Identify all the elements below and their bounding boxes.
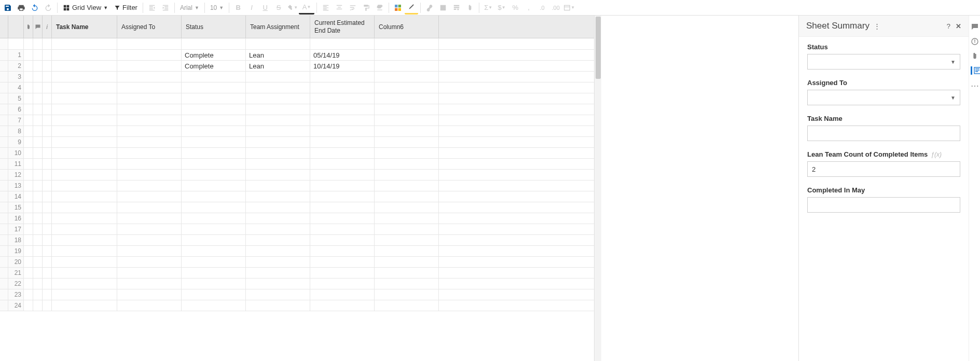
cell-team-assignment[interactable] xyxy=(246,213,310,224)
row-comment[interactable] xyxy=(33,72,43,82)
cell-assigned-to[interactable] xyxy=(117,82,182,93)
row-attachment[interactable] xyxy=(24,126,33,136)
cell-column6[interactable] xyxy=(375,289,439,300)
row-expand[interactable] xyxy=(0,246,8,256)
row-expand[interactable] xyxy=(0,148,8,158)
cell-end-date[interactable] xyxy=(310,170,375,180)
bold-button[interactable]: B xyxy=(231,1,245,15)
column-header-assigned-to[interactable]: Assigned To xyxy=(117,16,182,38)
row-expand[interactable] xyxy=(0,159,8,169)
cell-task-name[interactable] xyxy=(52,93,117,104)
row-comment[interactable] xyxy=(33,104,43,115)
cell-column6[interactable] xyxy=(375,148,439,158)
row-proof[interactable] xyxy=(43,137,52,147)
cell-team-assignment[interactable] xyxy=(246,257,310,267)
attachment-column-header[interactable] xyxy=(24,16,33,38)
cell-team-assignment[interactable] xyxy=(246,235,310,245)
row-expand[interactable] xyxy=(0,289,8,300)
cell-assigned-to[interactable] xyxy=(117,180,182,191)
row-number[interactable]: 8 xyxy=(8,126,24,136)
table-row[interactable]: 22 xyxy=(0,279,594,289)
cell-status[interactable] xyxy=(182,202,246,213)
cell-task-name[interactable] xyxy=(52,202,117,213)
row-expand[interactable] xyxy=(0,180,8,191)
cell-assigned-to[interactable] xyxy=(117,191,182,202)
row-expand[interactable] xyxy=(0,213,8,224)
row-attachment[interactable] xyxy=(24,224,33,234)
row-number[interactable]: 2 xyxy=(8,61,24,71)
undo-button[interactable] xyxy=(28,1,42,15)
row-number[interactable]: 16 xyxy=(8,213,24,224)
cell-assigned-to[interactable] xyxy=(117,170,182,180)
table-row[interactable]: 16 xyxy=(0,213,594,224)
proof-column-header[interactable]: i xyxy=(43,16,52,38)
cell-assigned-to[interactable] xyxy=(117,72,182,82)
align-left-button[interactable] xyxy=(319,1,333,15)
cell-team-assignment[interactable]: Lean xyxy=(246,61,310,71)
row-attachment[interactable] xyxy=(24,159,33,169)
cell-column6[interactable] xyxy=(375,191,439,202)
row-comment[interactable] xyxy=(33,159,43,169)
cell-end-date[interactable] xyxy=(310,246,375,256)
expand-column-header[interactable] xyxy=(0,16,8,38)
cell-column6[interactable] xyxy=(375,300,439,311)
row-number[interactable]: 1 xyxy=(8,50,24,60)
outdent-button[interactable] xyxy=(145,1,159,15)
row-expand[interactable] xyxy=(0,235,8,245)
cell-status[interactable]: Complete xyxy=(182,61,246,71)
summary-input-task[interactable] xyxy=(807,126,960,141)
increase-decimal-button[interactable]: .00 xyxy=(549,1,562,15)
row-expand[interactable] xyxy=(0,137,8,147)
row-number[interactable]: 17 xyxy=(8,224,24,234)
row-number[interactable]: 7 xyxy=(8,115,24,126)
cell-column6[interactable] xyxy=(375,126,439,136)
cell-status[interactable] xyxy=(182,159,246,169)
row-comment[interactable] xyxy=(33,279,43,289)
row-proof[interactable] xyxy=(43,50,52,60)
grid-view-dropdown[interactable]: Grid View ▼ xyxy=(60,1,111,15)
row-attachment[interactable] xyxy=(24,61,33,71)
cell-column6[interactable] xyxy=(375,257,439,267)
cell-status[interactable] xyxy=(182,268,246,278)
row-number[interactable]: 12 xyxy=(8,170,24,180)
cell-end-date[interactable] xyxy=(310,224,375,234)
italic-button[interactable]: I xyxy=(245,1,258,15)
row-comment[interactable] xyxy=(33,61,43,71)
cell-assigned-to[interactable] xyxy=(117,279,182,289)
row-number[interactable]: 4 xyxy=(8,82,24,93)
row-attachment[interactable] xyxy=(24,279,33,289)
cell-end-date[interactable] xyxy=(310,213,375,224)
cell-assigned-to[interactable] xyxy=(117,235,182,245)
row-comment[interactable] xyxy=(33,148,43,158)
cell-status[interactable] xyxy=(182,289,246,300)
cell-task-name[interactable] xyxy=(52,279,117,289)
cell-assigned-to[interactable] xyxy=(117,246,182,256)
cell-task-name[interactable] xyxy=(52,224,117,234)
column-header-end-date[interactable]: Current Estimated End Date xyxy=(310,16,375,38)
row-comment[interactable] xyxy=(33,235,43,245)
row-comment[interactable] xyxy=(33,268,43,278)
cell-column6[interactable] xyxy=(375,72,439,82)
row-attachment[interactable] xyxy=(24,235,33,245)
row-attachment[interactable] xyxy=(24,104,33,115)
row-attachment[interactable] xyxy=(24,246,33,256)
column-header-status[interactable]: Status xyxy=(182,16,246,38)
cell-column6[interactable] xyxy=(375,213,439,224)
cell-column6[interactable] xyxy=(375,104,439,115)
row-comment[interactable] xyxy=(33,202,43,213)
cell-task-name[interactable] xyxy=(52,246,117,256)
table-row[interactable]: 7 xyxy=(0,115,594,126)
row-number[interactable]: 10 xyxy=(8,148,24,158)
cell-team-assignment[interactable] xyxy=(246,126,310,136)
cell-column6[interactable] xyxy=(375,246,439,256)
cell-task-name[interactable] xyxy=(52,289,117,300)
cell-end-date[interactable] xyxy=(310,115,375,126)
cell-task-name[interactable] xyxy=(52,268,117,278)
cell-status[interactable] xyxy=(182,72,246,82)
cell-status[interactable] xyxy=(182,115,246,126)
row-number[interactable]: 19 xyxy=(8,246,24,256)
summary-input-assigned[interactable]: ▼ xyxy=(807,90,960,105)
cell-status[interactable] xyxy=(182,235,246,245)
row-expand[interactable] xyxy=(0,279,8,289)
cell-team-assignment[interactable] xyxy=(246,300,310,311)
